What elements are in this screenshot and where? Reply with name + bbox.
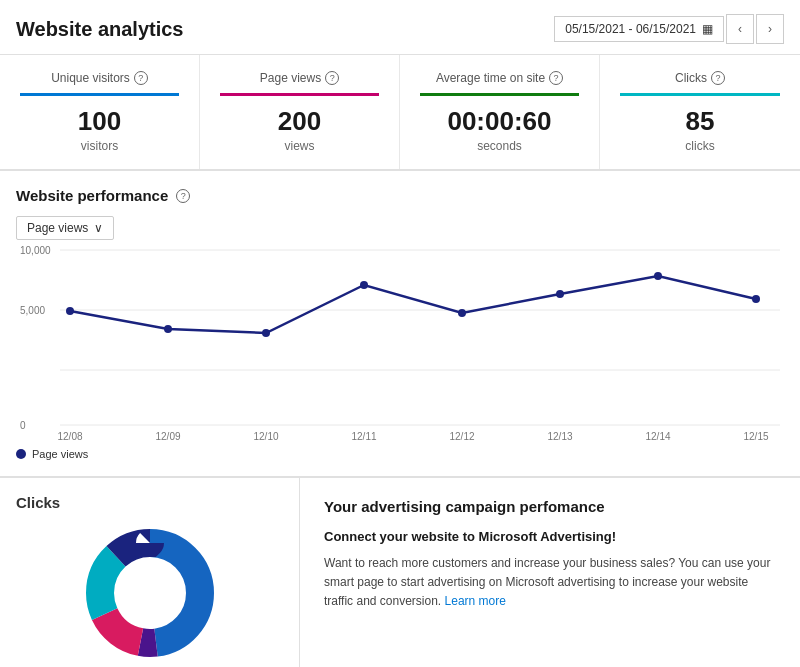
stats-row: Unique visitors ? 100 visitors Page view…	[0, 55, 800, 171]
svg-point-12	[556, 290, 564, 298]
svg-text:12/08: 12/08	[57, 431, 82, 440]
ad-body-text: Want to reach more customers and increas…	[324, 554, 776, 612]
perf-title: Website performance	[16, 187, 168, 204]
chevron-left-icon: ‹	[738, 22, 742, 36]
stat-value-avg-time: 00:00:60	[420, 106, 579, 137]
stat-unique-visitors: Unique visitors ? 100 visitors	[0, 55, 200, 169]
svg-text:10,000: 10,000	[20, 245, 51, 256]
info-icon-page-views[interactable]: ?	[325, 71, 339, 85]
stat-clicks: Clicks ? 85 clicks	[600, 55, 800, 169]
date-range-value: 05/15/2021 - 06/15/2021	[565, 22, 696, 36]
stat-label-clicks: Clicks ?	[620, 71, 780, 96]
prev-button[interactable]: ‹	[726, 14, 754, 44]
svg-text:12/10: 12/10	[253, 431, 278, 440]
stat-value-page-views: 200	[220, 106, 379, 137]
svg-point-9	[262, 329, 270, 337]
legend-label: Page views	[32, 448, 88, 460]
date-range-control: 05/15/2021 - 06/15/2021 ▦ ‹ ›	[554, 14, 784, 44]
dropdown-label: Page views	[27, 221, 88, 235]
ad-subtitle: Connect your website to Microsoft Advert…	[324, 529, 776, 544]
learn-more-link[interactable]: Learn more	[445, 594, 506, 608]
clicks-section: Clicks Contact us 48% 119 cli	[0, 478, 300, 667]
donut-chart	[16, 523, 283, 663]
svg-point-11	[458, 309, 466, 317]
svg-point-8	[164, 325, 172, 333]
info-icon-unique-visitors[interactable]: ?	[134, 71, 148, 85]
stat-unit-page-views: views	[220, 139, 379, 153]
next-button[interactable]: ›	[756, 14, 784, 44]
chart-legend: Page views	[16, 448, 784, 460]
info-icon-perf[interactable]: ?	[176, 189, 190, 203]
perf-title-row: Website performance ?	[16, 187, 784, 204]
ad-title: Your advertising campaign perfomance	[324, 498, 776, 515]
svg-text:12/13: 12/13	[547, 431, 572, 440]
svg-text:5,000: 5,000	[20, 305, 45, 316]
stat-label-avg-time: Average time on site ?	[420, 71, 579, 96]
svg-point-13	[654, 272, 662, 280]
chevron-down-icon: ∨	[94, 221, 103, 235]
svg-text:12/14: 12/14	[645, 431, 670, 440]
svg-text:12/15: 12/15	[743, 431, 768, 440]
stat-unit-avg-time: seconds	[420, 139, 579, 153]
date-range-button[interactable]: 05/15/2021 - 06/15/2021 ▦	[554, 16, 724, 42]
stat-label-unique-visitors: Unique visitors ?	[20, 71, 179, 96]
page-header: Website analytics 05/15/2021 - 06/15/202…	[0, 0, 800, 55]
info-icon-clicks[interactable]: ?	[711, 71, 725, 85]
calendar-icon: ▦	[702, 22, 713, 36]
performance-section: Website performance ? Page views ∨ 10,00…	[0, 171, 800, 477]
stat-value-clicks: 85	[620, 106, 780, 137]
stat-avg-time: Average time on site ? 00:00:60 seconds	[400, 55, 600, 169]
legend-dot	[16, 449, 26, 459]
donut-svg	[80, 523, 220, 663]
info-icon-avg-time[interactable]: ?	[549, 71, 563, 85]
page-title: Website analytics	[16, 18, 183, 41]
chevron-right-icon: ›	[768, 22, 772, 36]
stat-label-page-views: Page views ?	[220, 71, 379, 96]
clicks-title: Clicks	[16, 494, 283, 511]
stat-value-unique-visitors: 100	[20, 106, 179, 137]
stat-unit-clicks: clicks	[620, 139, 780, 153]
svg-text:12/09: 12/09	[155, 431, 180, 440]
chart-svg: 10,000 5,000 0 12/08 12/09 12/10 12/11 1…	[16, 240, 784, 440]
svg-point-7	[66, 307, 74, 315]
svg-text:12/12: 12/12	[449, 431, 474, 440]
stat-page-views: Page views ? 200 views	[200, 55, 400, 169]
svg-text:0: 0	[20, 420, 26, 431]
svg-point-14	[752, 295, 760, 303]
stat-unit-unique-visitors: visitors	[20, 139, 179, 153]
bottom-row: Clicks Contact us 48% 119 cli	[0, 477, 800, 667]
svg-point-10	[360, 281, 368, 289]
advertising-section: Your advertising campaign perfomance Con…	[300, 478, 800, 667]
line-chart: 10,000 5,000 0 12/08 12/09 12/10 12/11 1…	[16, 240, 784, 440]
svg-point-28	[116, 559, 184, 627]
svg-text:12/11: 12/11	[351, 431, 376, 440]
page-views-dropdown[interactable]: Page views ∨	[16, 216, 114, 240]
